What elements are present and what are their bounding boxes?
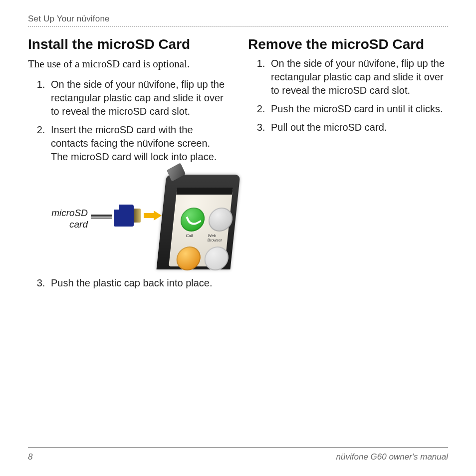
list-item: On the side of your nüvifone, flip up th… — [48, 78, 228, 118]
leader-line — [91, 215, 112, 217]
phone-statusbar — [176, 188, 233, 195]
insert-arrow-icon — [144, 211, 162, 221]
header-divider — [28, 26, 448, 27]
phone-screen: Call Web Browser — [169, 188, 233, 266]
list-item: Push the plastic cap back into place. — [48, 276, 228, 290]
list-item: Pull out the microSD card. — [268, 121, 448, 134]
manual-page: Set Up Your nüvifone Install the microSD… — [0, 0, 476, 476]
microsd-figure: microSD card — [28, 170, 228, 269]
running-head: Set Up Your nüvifone — [28, 14, 448, 24]
install-steps-part2: Push the plastic cap back into place. — [28, 276, 228, 290]
right-column: Remove the microSD Card On the side of y… — [248, 36, 448, 296]
list-item: Push the microSD card in until it clicks… — [268, 102, 448, 116]
phone-call-label: Call — [186, 234, 193, 238]
manual-title: nüvifone G60 owner's manual — [336, 452, 448, 462]
phone-browser-label: Web Browser — [207, 234, 228, 242]
install-heading: Install the microSD Card — [28, 36, 228, 53]
install-intro: The use of a microSD card is optional. — [28, 57, 228, 71]
remove-steps: On the side of your nüvifone, flip up th… — [248, 57, 448, 134]
two-column-layout: Install the microSD Card The use of a mi… — [28, 36, 448, 296]
figure-label: microSD card — [38, 208, 88, 231]
phone-illustration: Call Web Browser — [156, 170, 240, 269]
sd-body — [114, 205, 134, 227]
phone-call-icon — [179, 208, 206, 232]
install-steps-part1: On the side of your nüvifone, flip up th… — [28, 78, 228, 164]
arrow-head — [154, 211, 162, 221]
page-number: 8 — [28, 452, 32, 462]
arrow-shaft — [144, 213, 154, 218]
remove-heading: Remove the microSD Card — [248, 36, 448, 53]
left-column: Install the microSD Card The use of a mi… — [28, 36, 228, 296]
list-item: Insert the microSD card with the contact… — [48, 123, 228, 164]
microsd-card-icon — [114, 205, 142, 227]
page-footer: 8 nüvifone G60 owner's manual — [28, 448, 448, 462]
list-item: On the side of your nüvifone, flip up th… — [268, 57, 448, 97]
sd-notch — [114, 205, 119, 210]
